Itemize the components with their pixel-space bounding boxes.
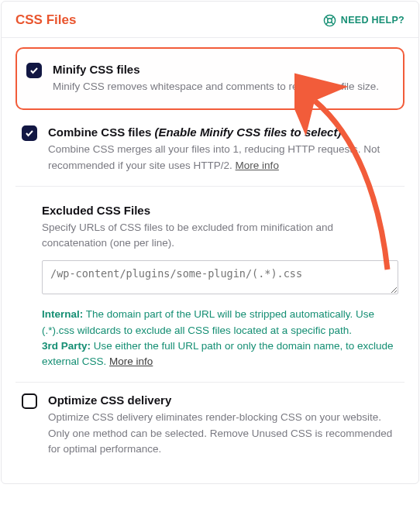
panel-header: CSS Files NEED HELP? [2,2,418,38]
option-combine-css: Combine CSS files (Enable Minify CSS fil… [15,115,405,186]
css-files-panel: CSS Files NEED HELP? Minify CSS files Mi… [1,1,419,484]
excluded-more-info-link[interactable]: More info [109,356,153,367]
hint-internal-label: Internal: [42,308,83,320]
hint-3rdparty: 3rd Party: Use either the full URL path … [42,338,398,370]
minify-css-title: Minify CSS files [53,63,394,76]
panel-title: CSS Files [15,12,76,28]
checkmark-icon [29,66,39,75]
svg-line-3 [331,22,333,24]
need-help-label: NEED HELP? [341,15,405,26]
option-minify-css: Minify CSS files Minify CSS removes whit… [15,47,405,110]
excluded-css-hints: Internal: The domain part of the URL wil… [42,307,398,369]
optimize-css-checkbox[interactable] [22,393,37,409]
combine-css-checkbox[interactable] [22,125,37,141]
option-optimize-css: Optimize CSS delivery Optimize CSS deliv… [15,382,405,469]
optimize-css-desc: Optimize CSS delivery eliminates render-… [48,410,398,457]
excluded-css-title: Excluded CSS Files [42,204,398,217]
excluded-css-desc: Specify URLs of CSS files to be excluded… [42,220,398,252]
combine-more-info-link[interactable]: More info [236,160,279,171]
panel-content: Minify CSS files Minify CSS removes whit… [2,38,418,483]
excluded-css-block: Excluded CSS Files Specify URLs of CSS f… [15,186,405,383]
hint-3rdparty-label: 3rd Party: [42,340,91,352]
minify-css-desc: Minify CSS removes whitespace and commen… [53,79,394,94]
combine-css-title: Combine CSS files (Enable Minify CSS fil… [48,125,398,139]
minify-css-checkbox[interactable] [26,63,42,78]
svg-line-2 [325,16,328,19]
svg-line-5 [325,22,328,24]
combine-css-desc-text: Combine CSS merges all your files into 1… [48,143,380,170]
hint-internal-text: The domain part of the URL will be strip… [42,308,374,335]
combine-css-title-text: Combine CSS files [48,125,151,139]
optimize-css-title: Optimize CSS delivery [48,393,398,407]
hint-3rdparty-text: Use either the full URL path or only the… [42,340,394,367]
excluded-css-textarea[interactable] [42,260,398,294]
hint-internal: Internal: The domain part of the URL wil… [42,307,398,338]
need-help-button[interactable]: NEED HELP? [323,14,405,27]
checkmark-icon [25,129,34,138]
lifebuoy-icon [323,14,336,27]
combine-css-desc: Combine CSS merges all your files into 1… [48,142,398,173]
svg-line-4 [331,16,333,19]
combine-css-title-note: (Enable Minify CSS files to select) [155,125,342,139]
